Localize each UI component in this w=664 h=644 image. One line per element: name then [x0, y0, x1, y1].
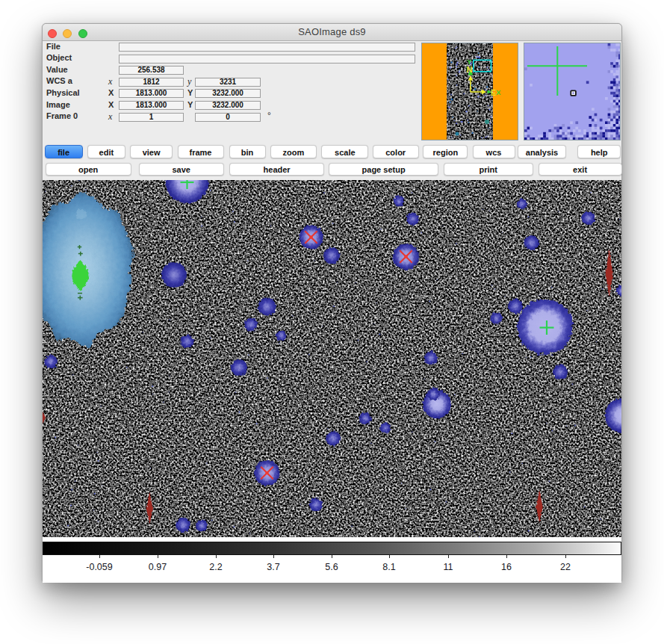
svg-text:N: N — [466, 65, 472, 74]
svg-text:X: X — [496, 89, 500, 96]
svg-text:E: E — [491, 88, 496, 97]
